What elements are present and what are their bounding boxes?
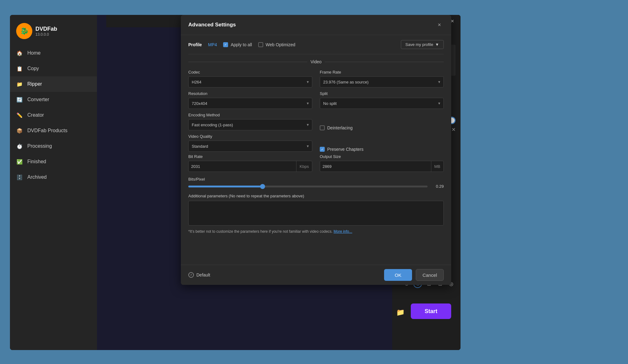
converter-icon: 🔄: [16, 96, 23, 103]
slider-container: 0.29: [188, 184, 444, 189]
sidebar-item-label-copy: Copy: [27, 66, 39, 71]
resolution-split-grid: Resolution 720x404 ▼ Split No split ▼: [188, 91, 444, 109]
slider-thumb[interactable]: [260, 184, 265, 189]
copy-icon: 📋: [16, 65, 23, 72]
profile-value: MP4: [208, 42, 217, 47]
frame-rate-dropdown-icon: ▼: [438, 80, 441, 84]
sidebar-item-home[interactable]: 🏠 Home: [10, 45, 97, 61]
video-quality-label: Video Quality: [188, 134, 312, 139]
bit-rate-field: Bit Rate Kbps: [188, 154, 312, 172]
encoding-method-dropdown-icon: ▼: [306, 123, 309, 127]
preserve-chapters-checkbox[interactable]: ✓: [320, 147, 325, 152]
resolution-label: Resolution: [188, 91, 312, 96]
main-content: More Info... Ready to Start 0p | AAC ▼ ✕…: [97, 15, 461, 350]
video-section-label: Video: [310, 59, 322, 64]
modal-close-button[interactable]: ×: [435, 20, 444, 29]
resolution-field: Resolution 720x404 ▼: [188, 91, 312, 109]
sidebar-item-finished[interactable]: ✅ Finished: [10, 154, 97, 169]
products-icon: 📦: [16, 127, 23, 134]
modal-footer: ↺ Default OK Cancel: [181, 265, 451, 285]
apply-to-all-checkbox[interactable]: ✓: [223, 42, 228, 47]
params-note-text: *It's better not to customize the parame…: [188, 229, 332, 234]
quality-preserve-grid: Video Quality Standard ▼ . ✓ Preserve Ch…: [188, 134, 444, 152]
sidebar-item-converter[interactable]: 🔄 Converter: [10, 92, 97, 107]
creator-icon: ✏️: [16, 112, 23, 119]
bits-pixel-row: Bits/Pixel 0.29: [188, 177, 444, 189]
start-button[interactable]: Start: [411, 303, 451, 319]
sidebar-item-label-home: Home: [27, 50, 41, 56]
modal-title: Advanced Settings: [188, 22, 236, 28]
ok-button[interactable]: OK: [384, 269, 412, 281]
frame-rate-label: Frame Rate: [320, 70, 444, 74]
encoding-method-value: Fast encoding (1-pass): [192, 123, 302, 127]
folder-button[interactable]: 📁: [396, 308, 405, 317]
video-quality-value: Standard: [192, 144, 302, 149]
codec-framerate-grid: Codec H264 ▼ Frame Rate 23.976 (Same as …: [188, 70, 444, 88]
params-note: *It's better not to customize the parame…: [188, 229, 444, 234]
split-select[interactable]: No split ▼: [320, 98, 444, 109]
codec-select[interactable]: H264 ▼: [188, 76, 312, 88]
bit-rate-unit: Kbps: [296, 161, 312, 172]
sidebar-item-creator[interactable]: ✏️ Creator: [10, 107, 97, 123]
sidebar-item-label-converter: Converter: [27, 97, 49, 102]
codec-dropdown-icon: ▼: [306, 80, 309, 84]
app-logo: 🐉: [16, 23, 32, 39]
bitrate-outputsize-row: Bit Rate Kbps Output Size MB: [188, 154, 444, 172]
resolution-select[interactable]: 720x404 ▼: [188, 98, 312, 109]
additional-params-textarea[interactable]: [188, 201, 444, 226]
divider-right: [325, 62, 444, 62]
app-version: 13.0.0.0: [35, 32, 57, 37]
output-size-input[interactable]: [320, 164, 431, 169]
video-quality-dropdown-icon: ▼: [306, 144, 309, 148]
encoding-deinterlace-grid: Encoding Method Fast encoding (1-pass) ▼…: [188, 113, 444, 130]
codec-value: H264: [192, 80, 302, 84]
output-size-input-wrapper: MB: [320, 161, 444, 172]
sidebar-item-ripper[interactable]: 📁 Ripper: [10, 76, 97, 92]
split-dropdown-icon: ▼: [438, 101, 441, 105]
save-profile-label: Save my profile: [406, 42, 433, 47]
save-profile-button[interactable]: Save my profile ▼: [401, 40, 444, 49]
deinterlacing-checkbox-row[interactable]: Deinterlacing: [320, 119, 444, 130]
sidebar-item-label-ripper: Ripper: [27, 81, 42, 87]
sidebar-item-label-creator: Creator: [27, 112, 44, 118]
sidebar-item-dvdfab-products[interactable]: 📦 DVDFab Products: [10, 123, 97, 138]
bits-pixel-label: Bits/Pixel: [188, 177, 444, 182]
default-label: Default: [196, 272, 210, 277]
deinterlacing-checkbox[interactable]: [320, 125, 325, 130]
encoding-method-select[interactable]: Fast encoding (1-pass) ▼: [188, 119, 312, 130]
params-more-info-link[interactable]: More info...: [333, 229, 352, 234]
bit-rate-label: Bit Rate: [188, 154, 312, 159]
cancel-button[interactable]: Cancel: [416, 269, 444, 281]
slider-track: [188, 186, 428, 187]
sidebar-item-archived[interactable]: 🗄️ Archived: [10, 169, 97, 185]
sidebar-item-label-products: DVDFab Products: [27, 128, 67, 133]
home-icon: 🏠: [16, 50, 23, 56]
logo-area: 🐉 DVDFab 13.0.0.0: [10, 20, 97, 45]
web-optimized-checkbox[interactable]: [258, 42, 263, 47]
video-section-divider: Video: [188, 54, 444, 67]
frame-rate-field: Frame Rate 23.976 (Same as source) ▼: [320, 70, 444, 88]
additional-params-label: Additional parameters (No need to repeat…: [188, 194, 444, 198]
footer-buttons: OK Cancel: [384, 269, 444, 281]
bits-pixel-value: 0.29: [431, 184, 444, 189]
deinterlacing-field: . Deinterlacing: [320, 113, 444, 130]
sidebar-item-label-finished: Finished: [27, 159, 46, 164]
sidebar-item-copy[interactable]: 📋 Copy: [10, 61, 97, 76]
deinterlacing-label: Deinterlacing: [327, 125, 353, 130]
divider-left: [188, 62, 307, 62]
preserve-chapters-checkbox-row[interactable]: ✓ Preserve Chapters: [320, 141, 444, 152]
output-size-label: Output Size: [320, 154, 444, 159]
app-title-area: DVDFab 13.0.0.0: [35, 26, 57, 37]
apply-to-all-label: Apply to all: [231, 42, 252, 47]
apply-to-all-checkbox-row[interactable]: ✓ Apply to all: [223, 42, 252, 47]
profile-row: Profile MP4 ✓ Apply to all Web Optimized…: [188, 35, 444, 54]
bit-rate-input[interactable]: [189, 164, 296, 169]
frame-rate-select[interactable]: 23.976 (Same as source) ▼: [320, 76, 444, 88]
additional-params-section: Additional parameters (No need to repeat…: [188, 194, 444, 234]
video-quality-select[interactable]: Standard ▼: [188, 141, 312, 152]
default-button[interactable]: ↺ Default: [188, 272, 210, 278]
panel-close-button[interactable]: ✕: [452, 127, 456, 133]
video-quality-field: Video Quality Standard ▼: [188, 134, 312, 152]
sidebar-item-processing[interactable]: ⏱️ Processing: [10, 138, 97, 154]
web-optimized-checkbox-row[interactable]: Web Optimized: [258, 42, 295, 47]
